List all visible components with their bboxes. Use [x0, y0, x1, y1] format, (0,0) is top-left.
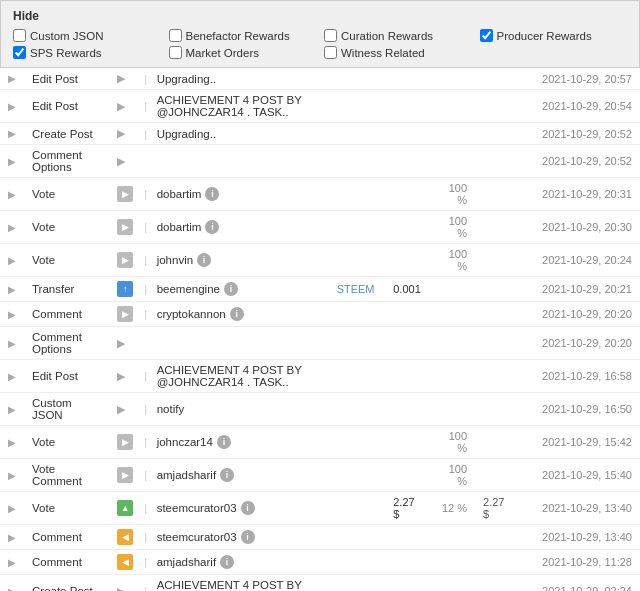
checkbox-witness_related[interactable]	[324, 46, 337, 59]
token-name	[329, 244, 386, 277]
play-icon: ▶	[117, 585, 125, 592]
transaction-type: Comment	[24, 550, 109, 575]
token-name	[329, 68, 386, 90]
play-icon: ▶	[117, 100, 125, 112]
expand-arrow[interactable]: ▶	[0, 145, 24, 178]
transaction-time: 2021-10-29, 20:20	[534, 302, 640, 327]
expand-arrow[interactable]: ▶	[0, 244, 24, 277]
table-row: ▶Edit Post▶|Upgrading..2021-10-29, 20:57	[0, 68, 640, 90]
table-row: ▶Edit Post▶|ACHIEVEMENT 4 POST BY @JOHNC…	[0, 360, 640, 393]
table-row: ▶Transfer↑|beemengineiSTEEM0.0012021-10-…	[0, 277, 640, 302]
spacer	[518, 145, 534, 178]
transaction-time: 2021-10-29, 13:40	[534, 525, 640, 550]
user-name: Upgrading..	[157, 73, 216, 85]
chevron-right-icon: ▶	[8, 437, 16, 448]
expand-arrow[interactable]: ▶	[0, 302, 24, 327]
expand-arrow[interactable]: ▶	[0, 178, 24, 211]
token-name	[329, 575, 386, 592]
transaction-type: Edit Post	[24, 90, 109, 123]
checkbox-label-custom_json: Custom JSON	[30, 30, 104, 42]
play-col: ▶	[109, 145, 144, 178]
transaction-detail: notify	[149, 393, 329, 426]
expand-arrow[interactable]: ▶	[0, 459, 24, 492]
expand-arrow[interactable]: ▶	[0, 550, 24, 575]
avatar-icon: ▶	[117, 186, 133, 202]
dollar-amount	[475, 90, 518, 123]
spacer	[518, 277, 534, 302]
transaction-amount	[385, 393, 431, 426]
user-name: steemcurator03	[157, 502, 237, 514]
user-name: beemengine	[157, 283, 220, 295]
checkbox-sps_rewards[interactable]	[13, 46, 26, 59]
transaction-time: 2021-10-29, 20:52	[534, 145, 640, 178]
expand-arrow[interactable]: ▶	[0, 90, 24, 123]
transaction-detail: amjadsharifi	[149, 459, 329, 492]
play-icon: ▶	[117, 370, 125, 382]
checkbox-producer_rewards[interactable]	[480, 29, 493, 42]
play-col: ▶	[109, 178, 144, 211]
expand-arrow[interactable]: ▶	[0, 575, 24, 592]
dollar-amount	[475, 68, 518, 90]
token-name	[329, 327, 386, 360]
expand-arrow[interactable]: ▶	[0, 426, 24, 459]
user-name: johnczar14	[157, 436, 213, 448]
play-icon: ▶	[117, 337, 125, 349]
transaction-detail	[149, 145, 329, 178]
detail-inner: johnvini	[157, 253, 321, 267]
detail-inner: amjadsharifi	[157, 468, 321, 482]
transaction-amount	[385, 211, 431, 244]
checkbox-market_orders[interactable]	[169, 46, 182, 59]
detail-inner: ACHIEVEMENT 4 POST BY @JOHNCZAR14 . TASK…	[157, 364, 321, 388]
expand-arrow[interactable]: ▶	[0, 277, 24, 302]
token-name	[329, 302, 386, 327]
vote-percentage: 100 %	[432, 244, 475, 277]
spacer	[518, 360, 534, 393]
expand-arrow[interactable]: ▶	[0, 492, 24, 525]
info-badge: i	[220, 468, 234, 482]
detail-inner: dobartimi	[157, 220, 321, 234]
transaction-amount	[385, 244, 431, 277]
play-col: ▶	[109, 575, 144, 592]
checkbox-item-market_orders: Market Orders	[169, 46, 317, 59]
transaction-type: Comment Options	[24, 145, 109, 178]
user-name: cryptokannon	[157, 308, 226, 320]
user-name: steemcurator03	[157, 531, 237, 543]
detail-inner: notify	[157, 403, 321, 415]
avatar-icon: ▶	[117, 434, 133, 450]
expand-arrow[interactable]: ▶	[0, 68, 24, 90]
dollar-amount	[475, 459, 518, 492]
token-name	[329, 211, 386, 244]
transaction-detail: cryptokannoni	[149, 302, 329, 327]
table-row: ▶Vote Comment▶|amjadsharifi100 %2021-10-…	[0, 459, 640, 492]
chevron-right-icon: ▶	[8, 156, 16, 167]
vote-percentage	[432, 360, 475, 393]
expand-arrow[interactable]: ▶	[0, 360, 24, 393]
checkbox-custom_json[interactable]	[13, 29, 26, 42]
transaction-time: 2021-10-29, 11:28	[534, 550, 640, 575]
transaction-detail	[149, 327, 329, 360]
expand-arrow[interactable]: ▶	[0, 327, 24, 360]
play-col: ▶	[109, 123, 144, 145]
transaction-type: Edit Post	[24, 68, 109, 90]
transaction-time: 2021-10-29, 20:31	[534, 178, 640, 211]
transaction-amount	[385, 327, 431, 360]
vote-percentage: 100 %	[432, 178, 475, 211]
expand-arrow[interactable]: ▶	[0, 393, 24, 426]
table-row: ▶Vote▲|steemcurator03i2.27 $12 %2.27 $20…	[0, 492, 640, 525]
play-icon: ▶	[117, 127, 125, 139]
transaction-detail: Upgrading..	[149, 123, 329, 145]
checkbox-curation_rewards[interactable]	[324, 29, 337, 42]
expand-arrow[interactable]: ▶	[0, 525, 24, 550]
spacer	[518, 426, 534, 459]
transaction-type: Vote	[24, 178, 109, 211]
avatar-icon: ↑	[117, 281, 133, 297]
token-name	[329, 145, 386, 178]
expand-arrow[interactable]: ▶	[0, 123, 24, 145]
transaction-type: Vote	[24, 244, 109, 277]
checkbox-benefactor_rewards[interactable]	[169, 29, 182, 42]
info-badge: i	[241, 530, 255, 544]
checkbox-item-custom_json: Custom JSON	[13, 29, 161, 42]
transaction-type: Create Post	[24, 123, 109, 145]
expand-arrow[interactable]: ▶	[0, 211, 24, 244]
play-col: ◀	[109, 525, 144, 550]
